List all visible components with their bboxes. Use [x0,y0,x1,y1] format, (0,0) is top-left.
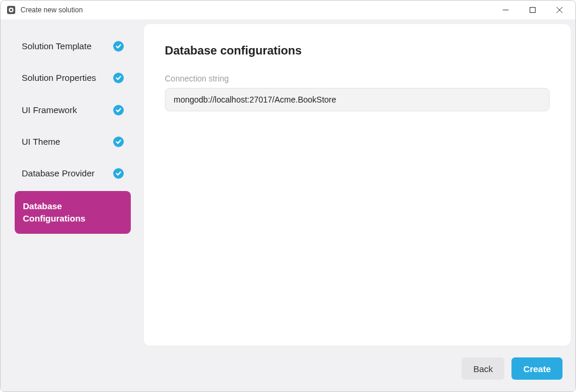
back-button[interactable]: Back [462,357,504,380]
titlebar: Create new solution [1,1,575,19]
check-icon [113,168,124,179]
step-label: UI Theme [22,136,113,148]
step-label: Solution Template [22,40,113,52]
wizard-footer: Back Create [2,349,574,390]
connection-string-input[interactable] [165,88,550,111]
step-label: Database Provider [22,168,113,179]
maximize-button[interactable] [519,1,546,19]
check-icon [113,73,124,83]
app-icon [6,5,16,15]
window-title: Create new solution [21,6,492,14]
step-ui-theme[interactable]: UI Theme [15,128,131,156]
step-database-configurations[interactable]: Database Configurations [15,191,131,234]
content-row: Solution Template Solution Properties UI… [2,21,574,349]
step-label: Solution Properties [22,72,113,84]
connection-string-label: Connection string [165,74,550,83]
check-icon [113,41,124,52]
close-button[interactable] [546,1,573,19]
step-ui-framework[interactable]: UI Framework [15,96,131,124]
window-controls [492,1,573,19]
body-area: Solution Template Solution Properties UI… [1,19,575,391]
step-database-provider[interactable]: Database Provider [15,159,131,188]
window-frame: Create new solution Solution Template [0,0,576,392]
page-heading: Database configurations [165,44,550,57]
step-solution-template[interactable]: Solution Template [15,32,131,60]
minimize-button[interactable] [492,1,519,19]
check-icon [113,105,124,115]
svg-rect-4 [530,8,536,13]
check-icon [113,137,124,147]
step-label: Database Configurations [23,200,123,224]
wizard-sidebar: Solution Template Solution Properties UI… [2,21,144,349]
step-label: UI Framework [22,104,113,116]
main-panel: Database configurations Connection strin… [144,24,571,346]
create-button[interactable]: Create [511,357,563,380]
svg-point-2 [10,9,12,11]
step-solution-properties[interactable]: Solution Properties [15,64,131,92]
